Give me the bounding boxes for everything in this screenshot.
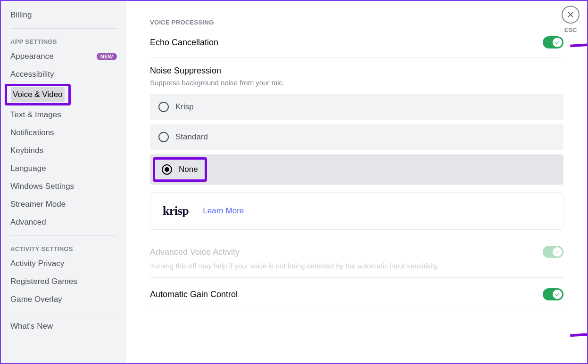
sidebar-item-game-overlay[interactable]: Game Overlay (6, 291, 122, 308)
annotation-arrow (567, 329, 587, 338)
sidebar-divider (10, 313, 117, 313)
sidebar-label: Accessibility (10, 70, 54, 79)
sidebar-label: Activity Privacy (10, 259, 64, 268)
sidebar-item-registered-games[interactable]: Registered Games (6, 273, 122, 290)
setting-desc: Turning this off may help if your voice … (150, 262, 563, 270)
sidebar-item-voice-video[interactable]: Voice & Video (11, 87, 65, 102)
sidebar-item-language[interactable]: Language (6, 160, 122, 177)
setting-title: Echo Cancellation (150, 38, 218, 48)
sidebar-item-keybinds[interactable]: Keybinds (6, 142, 122, 159)
toggle-echo-cancellation[interactable] (543, 36, 563, 49)
radio-option-standard[interactable]: Standard (150, 124, 563, 150)
krisp-promo: krisp Learn More (150, 192, 563, 230)
sidebar-label: Game Overlay (10, 295, 62, 304)
sidebar-divider (10, 235, 117, 236)
new-badge: NEW (97, 53, 117, 60)
krisp-learn-more-link[interactable]: Learn More (203, 206, 244, 216)
section-heading: VOICE PROCESSING (150, 19, 563, 26)
radio-option-none[interactable]: None (150, 154, 563, 185)
close-area: ESC (562, 6, 580, 33)
sidebar-label: Text & Images (10, 110, 61, 120)
sidebar-heading-app: APP SETTINGS (6, 33, 122, 48)
sidebar-label: Language (10, 164, 46, 173)
sidebar: Billing APP SETTINGS Appearance NEW Acce… (1, 1, 126, 363)
radio-label: Krisp (175, 102, 194, 112)
divider (150, 57, 563, 57)
svg-line-0 (570, 41, 587, 46)
setting-echo-cancellation: Echo Cancellation (150, 34, 563, 57)
setting-title-noise: Noise Suppression (150, 66, 563, 76)
sidebar-label: Notifications (10, 128, 54, 138)
close-button[interactable] (562, 6, 580, 24)
toggle-advanced-voice[interactable] (543, 246, 563, 258)
sidebar-label: What's New (10, 322, 53, 331)
setting-advanced-voice: Advanced Voice Activity (150, 244, 563, 260)
sidebar-item-text-images[interactable]: Text & Images (6, 106, 122, 123)
radio-dot (165, 167, 169, 172)
sidebar-item-accessibility[interactable]: Accessibility (6, 66, 122, 83)
sidebar-label: Voice & Video (13, 90, 63, 99)
close-icon (566, 10, 575, 19)
toggle-agc[interactable] (543, 288, 563, 300)
sidebar-item-appearance[interactable]: Appearance NEW (6, 48, 122, 65)
check-icon (555, 291, 560, 297)
sidebar-label: Billing (10, 10, 32, 20)
annotation-arrow (567, 39, 587, 49)
divider (150, 309, 563, 309)
highlight-annotation: Voice & Video (5, 84, 71, 105)
radio-icon (162, 164, 172, 175)
sidebar-label: Windows Settings (10, 182, 74, 191)
sidebar-label: Keybinds (10, 146, 43, 155)
radio-option-krisp[interactable]: Krisp (150, 94, 563, 120)
setting-title: Advanced Voice Activity (150, 247, 240, 257)
radio-icon (158, 132, 169, 142)
krisp-logo: krisp (163, 204, 189, 218)
svg-line-1 (570, 331, 587, 335)
setting-agc: Automatic Gain Control (150, 286, 563, 309)
sidebar-item-streamer-mode[interactable]: Streamer Mode (6, 196, 122, 213)
sidebar-item-advanced[interactable]: Advanced (6, 214, 122, 231)
sidebar-item-windows-settings[interactable]: Windows Settings (6, 178, 122, 195)
content-panel: VOICE PROCESSING Echo Cancellation Noise… (126, 1, 587, 363)
setting-desc-noise: Suppress background noise from your mic. (150, 79, 563, 87)
noise-suppression-options: Krisp Standard None (150, 94, 563, 185)
check-icon (555, 40, 560, 45)
radio-label: Standard (175, 132, 208, 142)
sidebar-item-activity-privacy[interactable]: Activity Privacy (6, 255, 122, 272)
esc-label: ESC (564, 26, 577, 33)
toggle-knob (553, 290, 562, 299)
radio-label: None (179, 165, 198, 174)
sidebar-divider (10, 28, 117, 29)
sidebar-label: Registered Games (10, 277, 77, 286)
highlight-annotation: None (153, 157, 207, 182)
sidebar-item-billing[interactable]: Billing (6, 7, 122, 24)
sidebar-label: Advanced (10, 218, 46, 227)
divider (150, 277, 563, 278)
radio-icon (158, 102, 169, 112)
check-icon (555, 249, 560, 255)
sidebar-item-whats-new[interactable]: What's New (6, 318, 122, 335)
setting-title: Automatic Gain Control (150, 290, 238, 299)
sidebar-heading-activity: ACTIVITY SETTINGS (6, 241, 122, 255)
sidebar-label: Streamer Mode (10, 200, 66, 209)
sidebar-label: Appearance (10, 52, 54, 61)
toggle-knob (553, 38, 562, 47)
toggle-knob (553, 247, 562, 257)
sidebar-item-notifications[interactable]: Notifications (6, 124, 122, 141)
